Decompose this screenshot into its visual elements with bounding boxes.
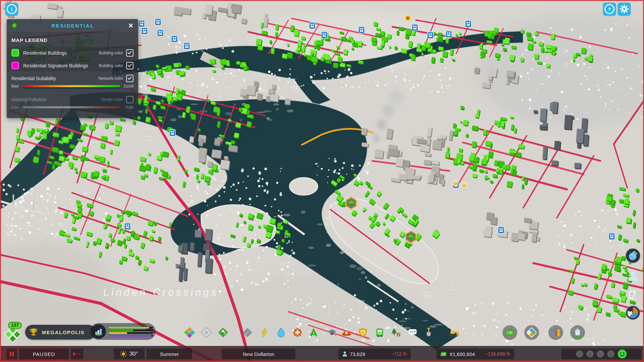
signature-buildings-checkbox[interactable] [126,62,133,69]
toolbar-bulldozer-button[interactable] [446,325,461,340]
toolbar-communications-button[interactable] [405,325,420,340]
service-building-marker[interactable] [155,18,161,25]
service-building-marker[interactable] [446,31,452,38]
pollution-gradient: Low High [11,105,133,111]
toolbar-education-button[interactable] [325,325,339,340]
city-name-label[interactable]: New Dollarton [221,348,296,360]
city-statistics-button[interactable] [625,305,641,320]
toolbar-garbage-button[interactable] [306,325,321,340]
pause-icon [9,351,14,357]
toolbar-zones-button[interactable] [182,325,197,340]
toolbar-electricity-button[interactable] [257,325,272,340]
map-tiles-widget[interactable]: 137 [3,322,22,342]
milestone-widget[interactable]: MEGALOPOLIS [25,325,96,340]
toolbar-statistics-button[interactable] [548,325,563,340]
journal-button[interactable] [625,288,641,303]
budget-value: ¢1,600,604 [450,351,475,357]
journal-icon [627,289,639,301]
service-building-marker[interactable] [465,20,471,27]
toolbar-parks-button[interactable] [388,325,403,340]
panel-title: RESIDENTIAL [19,23,127,28]
alert-marker[interactable] [405,15,411,21]
toolbar-infoviews-button[interactable] [524,325,539,340]
pollution-checkbox[interactable] [126,96,133,103]
service-building-marker[interactable] [359,26,365,33]
suitability-checkbox[interactable] [126,75,133,82]
residential-buildings-checkbox[interactable] [126,49,133,57]
bus-icon [374,326,386,339]
service-building-marker[interactable] [427,32,433,39]
service-building-marker[interactable] [412,24,418,31]
legend-row-signature: Residential Signature Buildings Building… [7,59,138,72]
panel-header[interactable]: RESIDENTIAL ✕ [7,19,138,32]
toolbar-progression-button[interactable] [570,325,585,340]
infoviews-toggle-button[interactable]: i [5,3,18,15]
happiness-face-sad [586,350,594,358]
speed-control-button[interactable] [70,348,84,360]
service-building-marker[interactable] [124,223,130,230]
toolbar-roads-button[interactable] [240,325,255,340]
chirper-bird-icon [625,248,641,263]
pollution-label: Ground Pollution [11,97,101,102]
simulation-state-label: PAUSED [19,348,69,360]
game-screen: Linden Crossings i ? [0,0,644,362]
toolbar-transportation-button[interactable] [372,325,387,340]
toolbar-police-button[interactable] [356,325,370,340]
toolbar-areas-button[interactable] [199,325,214,340]
chat-bubble-icon [407,326,419,339]
legend-row-label: Residential Buildings [23,50,99,56]
chirper-button[interactable] [625,248,641,263]
money-icon [440,352,447,356]
milestone-hex-marker[interactable] [406,231,416,243]
service-building-marker[interactable] [142,27,148,34]
service-building-marker[interactable] [169,129,175,136]
service-building-marker[interactable] [157,29,163,36]
citizen-button[interactable] [625,268,641,284]
budget-widget[interactable]: ¢1,600,604 −138,699 /h [436,348,515,360]
weather-widget[interactable]: 30° [113,348,145,360]
toolbar-healthcare-button[interactable] [290,325,305,340]
pause-button[interactable] [6,348,17,360]
legend-row-residential: Residential Buildings Building color [7,46,138,59]
toolbar-terraforming-button[interactable] [421,325,436,340]
service-building-marker[interactable] [609,233,615,240]
shovel-icon [423,326,435,339]
help-button[interactable]: ? [603,3,616,15]
garbage-recycle-icon [308,326,320,339]
milestone-hex-marker[interactable] [346,197,356,209]
progression-widget[interactable] [90,323,156,340]
toolbar-water-button[interactable] [274,325,288,340]
status-bar: PAUSED 30° [0,346,644,362]
happiness-widget[interactable] [561,348,642,360]
scale-min-label: Bad [11,84,18,88]
settings-button[interactable] [618,3,631,15]
gear-icon [620,5,629,13]
service-building-marker[interactable] [321,32,327,38]
city-progress-icon [91,324,106,339]
statistics-pie-icon [625,305,641,320]
suitability-label: Residential Suitability [11,76,99,81]
temperature-value: 30° [129,351,138,357]
service-building-marker[interactable] [498,227,504,233]
citizen-icon [627,270,639,282]
toolbar-economy-button[interactable] [502,325,517,340]
service-building-marker[interactable] [171,36,177,42]
areas-icon [200,326,212,339]
city-home-icon [572,326,584,339]
population-widget[interactable]: 73,629 −712 /h [338,348,411,360]
signature-swatch [11,62,19,69]
trophy-icon [29,327,39,338]
service-building-marker[interactable] [184,43,190,49]
toolbar-fire-button[interactable] [339,325,354,340]
close-icon[interactable]: ✕ [127,22,135,29]
suitability-gradient: Bad Good [11,83,133,90]
toolbar-landscaping-button[interactable] [216,325,230,340]
residential-infoview-panel: RESIDENTIAL ✕ MAP LEGEND Residential Bui… [7,19,138,118]
panel-body: MAP LEGEND Residential Buildings Buildin… [7,32,138,118]
population-trend: −712 /h [391,351,407,357]
service-building-marker[interactable] [309,22,315,29]
fire-helmet-icon [340,326,353,339]
service-building-marker[interactable] [139,20,145,27]
mode-label: Building color [99,63,123,68]
district-label: Linden Crossings [103,287,219,298]
